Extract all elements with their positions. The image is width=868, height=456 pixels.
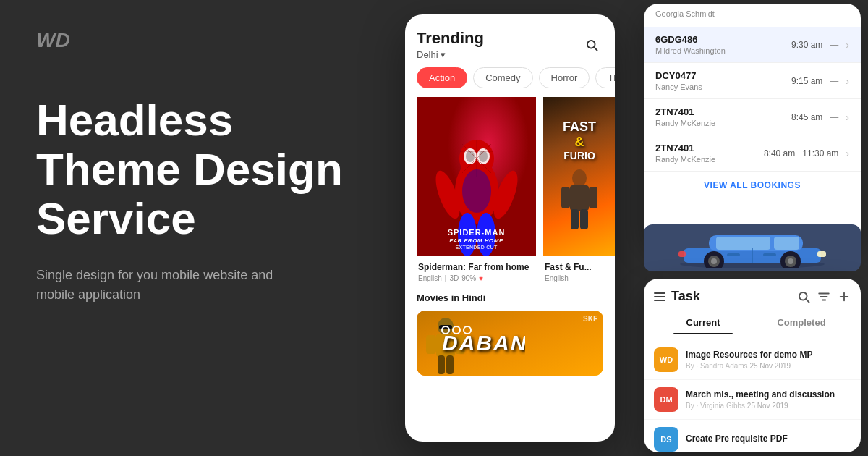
svg-rect-21	[571, 209, 579, 229]
svg-rect-49	[763, 253, 776, 256]
chevron-down-icon: ▾	[441, 49, 446, 60]
booking-start-time: 8:40 am	[764, 148, 795, 159]
booking-passenger: Nancy Evans	[655, 83, 791, 91]
booking-passenger: Randy McKenzie	[655, 155, 764, 164]
booking-id: 6GDG486	[655, 34, 791, 45]
booking-id: 2TN7401	[655, 106, 791, 117]
view-all-bookings-button[interactable]: VIEW ALL BOOKINGS	[644, 172, 861, 199]
svg-point-44	[788, 258, 793, 264]
task-item[interactable]: WD Image Resources for demo MP By · Sand…	[644, 340, 861, 380]
genre-tab-horror[interactable]: Horror	[539, 67, 590, 88]
chevron-right-icon: ›	[846, 148, 849, 159]
task-avatar-dm: DM	[654, 387, 678, 412]
task-tabs: Current Completed	[644, 304, 861, 334]
task-name: March mis., meeting and discussion	[686, 389, 851, 400]
car-section	[644, 224, 861, 271]
task-name: Image Resources for demo MP	[686, 350, 851, 360]
task-meta: By · Virginia Gibbs 25 Nov 2019	[686, 402, 851, 410]
task-app-title: Task	[671, 289, 791, 304]
svg-rect-20	[589, 187, 597, 208]
movie-header: Trending Delhi ▾	[405, 14, 615, 67]
right-section: Trending Delhi ▾ Action Comedy Horror Th…	[391, 0, 868, 456]
headline: Headless Theme Design Service	[36, 96, 354, 244]
booking-time: 9:15 am	[791, 76, 822, 86]
task-list: WD Image Resources for demo MP By · Sand…	[644, 334, 861, 452]
booking-passenger: Mildred Washington	[655, 46, 791, 55]
booking-id: DCY0477	[655, 70, 791, 81]
genre-tabs: Action Comedy Horror Thriller	[405, 67, 615, 97]
genre-tab-action[interactable]: Action	[417, 67, 467, 88]
booking-dash: —	[830, 40, 838, 50]
hamburger-menu-button[interactable]	[654, 292, 665, 301]
movie-card-ff[interactable]: FAST & FURIO	[543, 97, 615, 282]
tab-completed[interactable]: Completed	[752, 311, 851, 334]
task-item[interactable]: DS Create Pre requisite PDF	[644, 420, 861, 452]
left-section: WD Headless Theme Design Service Single …	[0, 0, 391, 456]
task-avatar-wd: WD	[654, 347, 678, 372]
movie-phone: Trending Delhi ▾ Action Comedy Horror Th…	[405, 14, 615, 442]
booking-dash: —	[830, 76, 838, 86]
movies-grid: SPIDER-MAN Far From Home EXTENDED CUT Sp…	[405, 97, 615, 282]
search-icon[interactable]	[797, 290, 810, 303]
svg-rect-38	[716, 237, 770, 250]
movie-header-left: Trending Delhi ▾	[417, 29, 484, 60]
booking-dash: —	[830, 112, 838, 122]
ff-movie-name: Fast & Fu...	[545, 262, 614, 272]
spiderman-title-overlay: SPIDER-MAN Far From Home EXTENDED CUT	[417, 228, 536, 250]
booking-row[interactable]: 6GDG486 Mildred Washington 9:30 am — ›	[644, 27, 861, 63]
logo: WD	[36, 29, 354, 52]
svg-rect-48	[727, 253, 740, 256]
booking-passenger: Randy McKenzie	[655, 119, 791, 127]
chevron-right-icon: ›	[846, 39, 849, 51]
svg-rect-45	[817, 251, 826, 257]
location: Delhi ▾	[417, 49, 484, 60]
movie-title: Trending	[417, 29, 484, 48]
genre-tab-thriller[interactable]: Thriller	[595, 67, 615, 88]
svg-line-1	[594, 47, 597, 50]
top-booking-name: Georgia Schmidt	[644, 4, 861, 21]
svg-text:DABANGG: DABANGG	[442, 331, 525, 355]
svg-rect-18	[570, 185, 589, 211]
filter-icon[interactable]	[817, 290, 830, 303]
skf-badge: SKF	[583, 315, 597, 323]
hindi-movie-card[interactable]: DABANGG SKF	[417, 311, 603, 376]
task-name: Create Pre requisite PDF	[686, 434, 851, 444]
booking-app: Georgia Schmidt 6GDG486 Mildred Washingt…	[644, 4, 861, 242]
svg-point-41	[711, 258, 717, 264]
task-meta: By · Sandra Adams 25 Nov 2019	[686, 362, 851, 370]
task-app: Task Current Completed WD	[644, 279, 861, 452]
svg-point-16	[462, 169, 491, 213]
svg-rect-25	[426, 335, 436, 354]
movie-card-spiderman[interactable]: SPIDER-MAN Far From Home EXTENDED CUT Sp…	[417, 97, 536, 282]
genre-tab-comedy[interactable]: Comedy	[473, 67, 532, 88]
booking-rows: 6GDG486 Mildred Washington 9:30 am — › D…	[644, 21, 861, 172]
search-button[interactable]	[580, 33, 603, 56]
task-avatar-ds: DS	[654, 427, 678, 452]
car-illustration	[662, 228, 843, 268]
chevron-right-icon: ›	[846, 111, 849, 123]
booking-end-time: 11:30 am	[802, 148, 838, 159]
svg-rect-19	[561, 187, 570, 208]
booking-time: 8:45 am	[791, 112, 822, 122]
tab-current[interactable]: Current	[654, 311, 752, 334]
booking-row[interactable]: 2TN7401 Randy McKenzie 8:45 am — ›	[644, 99, 861, 135]
svg-rect-22	[580, 209, 588, 229]
svg-point-17	[572, 169, 587, 187]
svg-line-51	[806, 299, 809, 302]
subheadline: Single design for you mobile website and…	[36, 266, 311, 305]
dabangg-title: DABANGG	[438, 323, 525, 363]
svg-rect-37	[774, 237, 799, 250]
booking-row[interactable]: 2TN7401 Randy McKenzie 8:40 am 11:30 am …	[644, 135, 861, 172]
add-task-button[interactable]	[838, 290, 851, 303]
booking-time: 9:30 am	[791, 40, 822, 50]
booking-id: 2TN7401	[655, 143, 764, 153]
chevron-right-icon: ›	[846, 75, 849, 87]
task-header: Task	[644, 279, 861, 304]
svg-rect-46	[678, 251, 686, 257]
booking-row[interactable]: DCY0477 Nancy Evans 9:15 am — ›	[644, 63, 861, 99]
spiderman-movie-name: Spiderman: Far from home	[418, 262, 535, 272]
movies-in-hindi-label: Movies in Hindi	[405, 292, 615, 303]
task-item[interactable]: DM March mis., meeting and discussion By…	[644, 380, 861, 420]
